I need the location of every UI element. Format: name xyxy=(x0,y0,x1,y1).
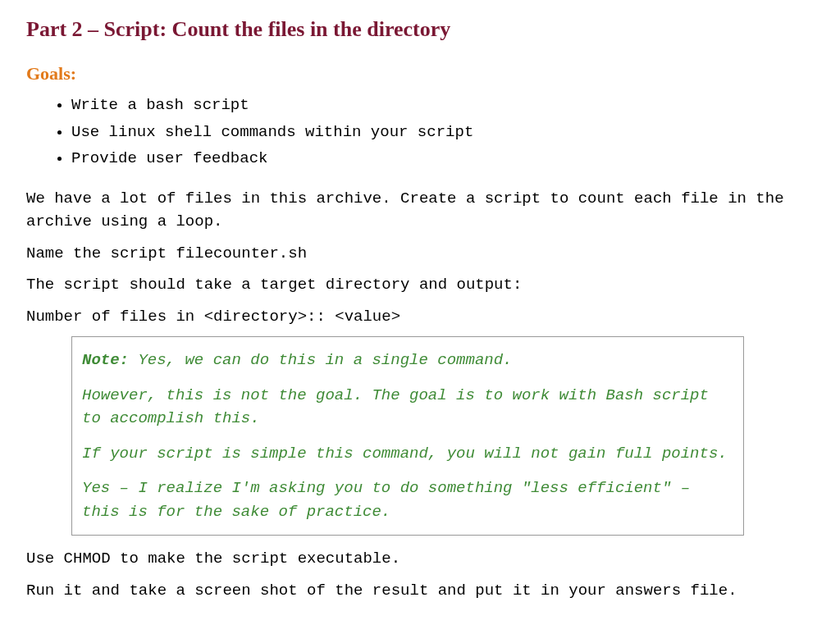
list-item: Write a bash script xyxy=(71,92,814,119)
page-title: Part 2 – Script: Count the files in the … xyxy=(26,13,814,45)
note-box: Note: Yes, we can do this in a single co… xyxy=(71,336,744,536)
script-name-line: Name the script filecounter.sh xyxy=(26,242,814,266)
note-p2: However, this is not the goal. The goal … xyxy=(82,384,733,431)
note-p1-rest: Yes, we can do this in a single command. xyxy=(129,351,512,369)
list-item: Use linux shell commands within your scr… xyxy=(71,119,814,146)
run-line: Run it and take a screen shot of the res… xyxy=(26,579,814,603)
output-spec-line: Number of files in <directory>:: <value> xyxy=(26,305,814,329)
list-item: Provide user feedback xyxy=(71,145,814,172)
goals-heading: Goals: xyxy=(26,60,814,87)
goals-list: Write a bash script Use linux shell comm… xyxy=(26,92,814,172)
note-p3: If your script is simple this command, y… xyxy=(82,442,733,466)
note-p1: Note: Yes, we can do this in a single co… xyxy=(82,349,733,372)
note-p4: Yes – I realize I'm asking you to do som… xyxy=(82,477,733,523)
intro-paragraph: We have a lot of files in this archive. … xyxy=(26,187,814,234)
chmod-line: Use CHMOD to make the script executable. xyxy=(26,547,814,571)
script-spec-line: The script should take a target director… xyxy=(26,273,814,297)
note-label: Note: xyxy=(82,351,129,369)
